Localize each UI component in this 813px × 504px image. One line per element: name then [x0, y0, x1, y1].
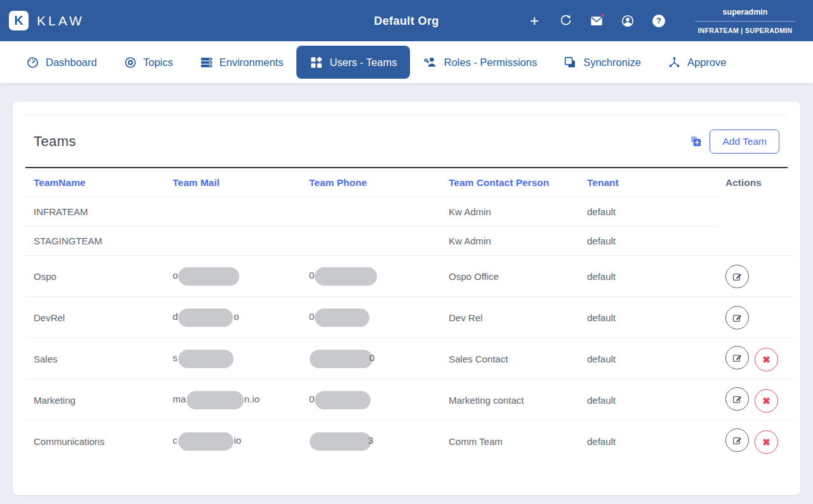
cell-team-name: Marketing [25, 380, 164, 421]
table-header-row: TeamName Team Mail Team Phone Team Conta… [25, 168, 794, 197]
col-header-teamname[interactable]: TeamName [25, 168, 164, 197]
delete-x-icon: ✖ [762, 355, 770, 364]
cell-tenant: default [579, 227, 717, 256]
tab-environments[interactable]: Environments [187, 46, 297, 79]
col-header-actions: Actions [717, 168, 794, 197]
cell-actions [717, 197, 794, 227]
tab-synchronize[interactable]: Synchronize [550, 46, 654, 79]
edit-team-button[interactable] [725, 428, 749, 452]
page-title: Teams [34, 133, 76, 150]
klaw-logo[interactable]: K KLAW [9, 11, 84, 30]
tab-users-teams[interactable]: Users - Teams [296, 46, 410, 79]
cell-team-mail [164, 197, 301, 227]
edit-team-button[interactable] [725, 346, 749, 369]
phone-text: 3 [368, 435, 373, 446]
tab-label: Environments [220, 56, 284, 69]
help-icon[interactable]: ? [652, 14, 666, 28]
cell-contact: Kw Admin [440, 197, 579, 227]
cell-team-mail: o [164, 256, 301, 297]
user-menu[interactable]: superadmin INFRATEAM | SUPERADMIN [695, 8, 795, 34]
tab-dashboard[interactable]: Dashboard [13, 46, 110, 79]
cell-team-phone [301, 227, 440, 256]
redaction-pill [187, 391, 244, 409]
cell-team-mail [164, 227, 301, 256]
edit-icon [732, 394, 743, 404]
cell-contact: Comm Team [440, 421, 579, 462]
cell-team-mail: man.io [164, 380, 301, 421]
logo-text: KLAW [37, 13, 84, 29]
tab-label: Users - Teams [329, 56, 397, 69]
cell-contact: Sales Contact [440, 338, 579, 380]
tab-topics[interactable]: Topics [110, 46, 187, 79]
klaw-logo-icon: K [9, 11, 29, 30]
redaction-pill [178, 308, 233, 327]
cell-actions: ✖ [717, 380, 794, 421]
edit-icon [732, 312, 743, 323]
cell-team-phone: 0 [301, 338, 440, 380]
cell-team-mail: s [164, 338, 301, 380]
redaction-pill [310, 350, 373, 368]
edit-team-button[interactable] [725, 265, 749, 288]
refresh-icon[interactable] [559, 14, 572, 28]
edit-team-button[interactable] [725, 306, 749, 329]
cell-contact: Marketing contact [440, 380, 579, 421]
delete-team-button[interactable]: ✖ [755, 389, 778, 413]
mail-text: ma [173, 394, 186, 404]
library-add-icon[interactable] [691, 136, 701, 147]
tab-approve[interactable]: Approve [654, 46, 739, 79]
delete-x-icon: ✖ [762, 437, 770, 447]
edit-team-button[interactable] [725, 387, 749, 411]
cell-contact: Ospo Office [440, 256, 579, 297]
redaction-pill [178, 432, 234, 451]
table-row: STAGINGTEAM Kw Admin default [25, 227, 794, 256]
tab-label: Synchronize [583, 56, 641, 69]
cell-tenant: default [579, 197, 717, 227]
mail-text: io [234, 435, 242, 446]
phone-text: 0 [369, 352, 374, 363]
delete-team-button[interactable]: ✖ [755, 348, 778, 371]
col-header-team-phone[interactable]: Team Phone [301, 168, 440, 197]
cell-team-phone: 0 [301, 256, 440, 297]
cell-actions: ✖ [717, 421, 794, 462]
mail-text: c [173, 435, 178, 446]
cell-team-name: STAGINGTEAM [25, 227, 164, 256]
table-row: Communications cio 3 Comm Team default ✖ [25, 421, 794, 462]
mail-unread-icon[interactable] [590, 14, 604, 28]
user-team-role: INFRATEAM | SUPERADMIN [695, 22, 795, 34]
cell-tenant: default [579, 421, 717, 462]
tiles-icon [310, 56, 323, 69]
card-header: Teams Add Team [25, 115, 788, 168]
col-header-contact-person[interactable]: Team Contact Person [440, 168, 579, 197]
servers-icon [200, 56, 213, 69]
delete-team-button[interactable]: ✖ [755, 430, 778, 454]
tab-roles-permissions[interactable]: Roles - Permissions [410, 46, 550, 79]
mail-text: s [173, 352, 178, 363]
redaction-pill [178, 267, 239, 286]
unread-badge [600, 13, 605, 18]
app-header: K KLAW Default Org + [0, 0, 813, 41]
teams-card: Teams Add Team TeamName Team Mail Team P… [13, 102, 800, 495]
cell-team-name: Sales [25, 338, 164, 380]
mail-text: n.io [244, 394, 260, 404]
phone-text: 0 [309, 311, 314, 322]
edit-icon [732, 435, 743, 446]
col-header-team-mail[interactable]: Team Mail [164, 168, 301, 197]
add-team-button[interactable]: Add Team [710, 129, 779, 154]
col-header-tenant[interactable]: Tenant [579, 168, 717, 197]
mail-text: o [173, 270, 178, 281]
phone-text: 0 [309, 270, 314, 281]
cell-actions [717, 256, 794, 297]
cell-team-phone: 0 [301, 297, 440, 338]
account-icon[interactable] [621, 14, 635, 28]
cell-tenant: default [579, 380, 717, 421]
cell-actions [717, 227, 794, 256]
target-icon [124, 56, 137, 69]
table-row: Marketing man.io 0 Marketing contact def… [25, 380, 794, 421]
redaction-pill [178, 350, 234, 368]
overlap-squares-icon [564, 56, 577, 69]
table-row: INFRATEAM Kw Admin default [25, 197, 794, 227]
mail-text: d [173, 311, 178, 322]
username: superadmin [695, 8, 795, 21]
cell-team-name: DevRel [25, 297, 164, 338]
add-icon[interactable]: + [527, 14, 541, 28]
